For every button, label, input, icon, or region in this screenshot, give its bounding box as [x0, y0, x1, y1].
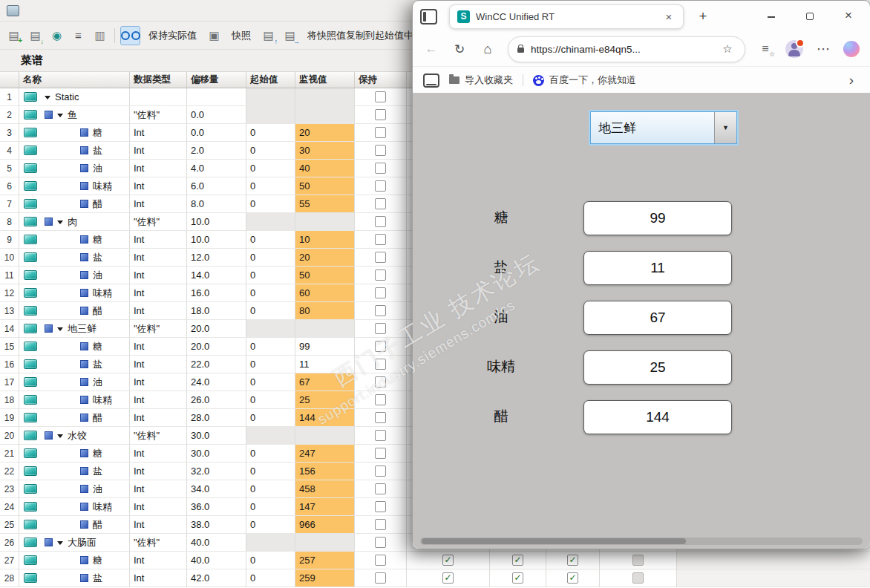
offset-cell[interactable]	[187, 88, 246, 106]
profile-avatar[interactable]	[785, 40, 803, 58]
name-cell[interactable]: 油	[19, 267, 130, 284]
monitor-value-cell[interactable]	[295, 427, 355, 445]
monitor-value-cell[interactable]	[295, 320, 355, 338]
name-cell[interactable]: 味精	[19, 177, 130, 195]
start-value-cell[interactable]: 0	[246, 569, 295, 587]
name-cell[interactable]: 糖	[19, 552, 130, 569]
retain-checkbox[interactable]	[375, 555, 386, 566]
monitor-value-cell[interactable]: 55	[295, 195, 355, 213]
page-scrollbar-track[interactable]	[420, 538, 863, 545]
start-value-cell[interactable]: 0	[246, 195, 295, 213]
header-retain[interactable]: 保持	[355, 72, 407, 88]
hmi-checkbox-1[interactable]	[442, 572, 454, 584]
retain-checkbox[interactable]	[375, 572, 386, 584]
name-cell[interactable]: 味精	[19, 284, 130, 302]
monitor-value-cell[interactable]: 144	[295, 409, 355, 427]
offset-cell[interactable]: 38.0	[187, 516, 246, 534]
offset-cell[interactable]: 40.0	[187, 552, 246, 569]
row-number[interactable]: 15	[0, 338, 19, 356]
offset-cell[interactable]: 18.0	[187, 302, 246, 320]
recipe-dropdown[interactable]: 地三鲜	[590, 111, 737, 144]
retain-checkbox[interactable]	[375, 341, 386, 352]
favorite-star-icon[interactable]	[719, 41, 736, 57]
retain-checkbox[interactable]	[375, 537, 386, 548]
row-number[interactable]: 20	[0, 427, 19, 445]
start-value-cell[interactable]	[246, 213, 295, 231]
start-value-cell[interactable]: 0	[246, 284, 295, 302]
offset-cell[interactable]: 30.0	[187, 445, 246, 463]
row-number[interactable]: 13	[0, 302, 19, 320]
retain-checkbox[interactable]	[375, 163, 386, 174]
start-value-cell[interactable]: 0	[246, 409, 295, 427]
monitor-value-cell[interactable]: 257	[295, 552, 355, 569]
app-icon[interactable]	[7, 5, 19, 16]
copy-snapshot-to-start-button[interactable]: 将快照值复制到起始值中	[302, 27, 419, 45]
snapshot-icon[interactable]	[205, 27, 223, 45]
name-cell[interactable]: 油	[19, 480, 130, 498]
name-cell[interactable]: 肉	[19, 213, 130, 231]
datatype-cell[interactable]: Int	[130, 177, 187, 195]
retain-checkbox[interactable]	[375, 359, 386, 370]
name-cell[interactable]: 油	[19, 373, 130, 391]
monitor-value-cell[interactable]: 50	[295, 267, 355, 284]
row-number[interactable]: 7	[0, 195, 19, 213]
start-value-cell[interactable]: 0	[246, 373, 295, 391]
name-cell[interactable]: 鱼	[19, 106, 130, 124]
name-cell[interactable]: 醋	[19, 302, 130, 320]
header-offset[interactable]: 偏移量	[187, 72, 246, 88]
start-value-cell[interactable]	[246, 427, 295, 445]
offset-cell[interactable]: 12.0	[187, 249, 246, 267]
retain-checkbox[interactable]	[375, 394, 386, 405]
chevron-right-icon[interactable]	[843, 72, 860, 88]
datatype-cell[interactable]: "佐料"	[130, 106, 187, 124]
retain-checkbox[interactable]	[375, 519, 386, 530]
datatype-cell[interactable]: Int	[130, 516, 187, 534]
retain-checkbox[interactable]	[375, 127, 386, 138]
header-monitor-value[interactable]: 监视值	[295, 72, 355, 88]
name-cell[interactable]: 大肠面	[19, 534, 130, 552]
row-number[interactable]: 25	[0, 516, 19, 534]
monitor-value-cell[interactable]: 20	[295, 124, 355, 142]
name-cell[interactable]: 盐	[19, 463, 130, 480]
row-number[interactable]: 19	[0, 409, 19, 427]
row-number[interactable]: 9	[0, 231, 19, 249]
monitor-value-cell[interactable]: 156	[295, 463, 355, 480]
retain-checkbox[interactable]	[375, 430, 386, 441]
datatype-cell[interactable]: Int	[130, 302, 187, 320]
maximize-button[interactable]	[805, 11, 815, 22]
offset-cell[interactable]: 42.0	[187, 569, 246, 587]
name-cell[interactable]: 醋	[19, 516, 130, 534]
offset-cell[interactable]: 0.0	[187, 124, 246, 142]
copilot-icon[interactable]	[843, 41, 860, 57]
monitor-value-cell[interactable]	[295, 106, 355, 124]
monitor-value-cell[interactable]	[295, 88, 355, 106]
offset-cell[interactable]: 20.0	[187, 320, 246, 338]
offset-cell[interactable]: 8.0	[187, 195, 246, 213]
bookmark-import-favorites[interactable]: 导入收藏夹	[449, 74, 513, 87]
refresh-icon[interactable]	[451, 41, 468, 57]
monitor-value-cell[interactable]: 80	[295, 302, 355, 320]
datatype-cell[interactable]: Int	[130, 195, 187, 213]
monitor-value-cell[interactable]: 50	[295, 177, 355, 195]
start-value-cell[interactable]: 0	[246, 249, 295, 267]
name-cell[interactable]: 味精	[19, 498, 130, 516]
lock-icon[interactable]	[517, 48, 524, 53]
retain-checkbox[interactable]	[375, 252, 386, 263]
hmi-checkbox-1[interactable]	[442, 555, 454, 566]
datatype-cell[interactable]: Int	[130, 231, 187, 249]
start-value-cell[interactable]: 0	[246, 124, 295, 142]
favorites-hub-icon[interactable]	[757, 41, 773, 57]
expand-arrow-icon[interactable]	[57, 327, 63, 331]
offset-cell[interactable]: 10.0	[187, 231, 246, 249]
retain-checkbox[interactable]	[375, 216, 386, 227]
add-row-icon[interactable]	[26, 27, 45, 45]
back-icon[interactable]	[423, 41, 439, 57]
offset-cell[interactable]: 20.0	[187, 338, 246, 356]
row-number[interactable]: 6	[0, 177, 19, 195]
name-cell[interactable]: 糖	[19, 338, 130, 356]
datatype-cell[interactable]: Int	[130, 463, 187, 480]
start-value-cell[interactable]: 0	[246, 552, 295, 569]
datatype-cell[interactable]: Int	[130, 373, 187, 391]
start-value-cell[interactable]: 0	[246, 445, 295, 463]
datatype-cell[interactable]: "佐料"	[130, 320, 187, 338]
